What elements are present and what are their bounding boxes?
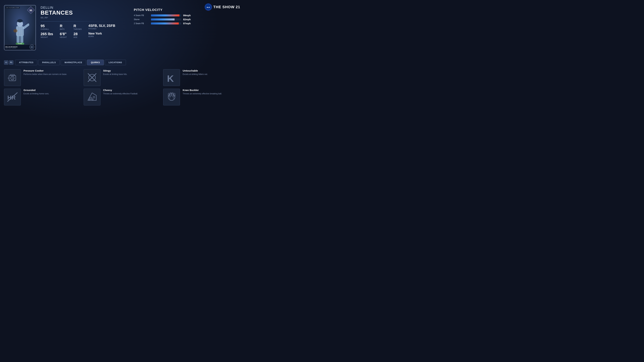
pitch-name-1: Slurve (134, 18, 149, 21)
logo: MLB THE SHOW 21 (204, 3, 240, 11)
stat-age-value: 28 (74, 32, 82, 36)
pitch-velocity-section: PITCH VELOCITY 4 Seam FB 99mph Slurve 82… (134, 8, 190, 26)
svg-rect-10 (20, 35, 23, 43)
pitch-name-0: 4 Seam FB (134, 14, 149, 16)
tabs-row: L1 R1 ATTRIBUTESPARALLELSMARKETPLACEQUIR… (4, 60, 240, 65)
stat-overall: 95 Overall (40, 24, 53, 30)
quirks-grid: Pressure Cooker Performs better when the… (4, 69, 240, 105)
quirk-item-1: Stingy Excels at limiting base hits. (84, 69, 161, 86)
stat-born: New York Born (88, 32, 115, 38)
stat-pitches-value: 4SFB, SLV, 2SFB (88, 24, 115, 28)
pitch-bar-fill-2 (151, 22, 179, 24)
quirk-icon-knee-buckler (163, 89, 180, 105)
quirk-desc-5: Throws an extremely effective breaking b… (183, 92, 222, 95)
quirk-text-5: Knee Buckler Throws an extremely effecti… (183, 89, 222, 95)
quirk-text-2: Untouchable Excels at striking hitters o… (183, 69, 208, 76)
stat-age: 28 Age (74, 32, 82, 38)
stat-bats-value: R (60, 24, 67, 28)
player-stats-grid: 95 Overall R Bats R Throws 4SFB, SLV, 2S… (40, 24, 115, 38)
quirk-item-3: HR Grounded Excels at limiting home runs… (4, 89, 81, 105)
controller-button-group: L1 R1 (4, 60, 14, 65)
pitch-row-2: 2 Seam FB 97mph (134, 22, 190, 25)
pitch-bar-container-1 (151, 18, 181, 20)
stat-weight-value: 265 lbs (40, 32, 53, 36)
pitch-mph-1: 82mph (183, 18, 190, 21)
quirk-desc-2: Excels at striking hitters out. (183, 73, 208, 76)
svg-point-36 (89, 99, 90, 100)
svg-rect-40 (172, 92, 173, 96)
svg-point-33 (90, 97, 92, 99)
stat-born-label: Born (88, 35, 115, 37)
controller-r1-btn[interactable]: R1 (9, 60, 14, 65)
stat-throws: R Throws (74, 24, 82, 30)
quirk-name-4: Cheesy (103, 89, 138, 91)
stat-throws-label: Throws (74, 28, 82, 30)
quirk-desc-4: Throws an extremely effective Fastball. (103, 92, 138, 95)
svg-point-35 (92, 99, 93, 100)
quirk-icon-stingy (84, 69, 100, 86)
pitch-bar-fill-0 (151, 14, 180, 16)
tab-marketplace[interactable]: MARKETPLACE (61, 60, 86, 65)
quirk-item-5: Knee Buckler Throws an extremely effecti… (163, 89, 240, 105)
stat-height-value: 6'8" (60, 32, 67, 36)
pitch-name-2: 2 Seam FB (134, 22, 149, 25)
tabs-section: L1 R1 ATTRIBUTESPARALLELSMARKETPLACEQUIR… (4, 60, 240, 105)
pitch-mph-0: 99mph (183, 14, 190, 17)
quirk-desc-1: Excels at limiting base hits. (103, 73, 127, 76)
quirk-icon-grounded: HR (4, 89, 21, 105)
stat-overall-value: 95 (40, 24, 53, 28)
player-silhouette-icon (11, 19, 29, 44)
pitch-bar-container-0 (151, 14, 181, 16)
quirk-text-4: Cheesy Throws an extremely effective Fas… (103, 89, 138, 95)
quirk-item-0: Pressure Cooker Performs better when the… (4, 69, 81, 86)
mlb-logo-icon: MLB (204, 3, 212, 11)
svg-point-15 (17, 19, 23, 22)
quirk-name-0: Pressure Cooker (24, 69, 67, 72)
quirk-desc-3: Excels at limiting home runs. (24, 92, 49, 95)
tab-quirks[interactable]: QUIRKS (87, 60, 104, 65)
stat-bats: R Bats (60, 24, 67, 30)
card-rating: 95 (30, 9, 32, 12)
pitch-rows: 4 Seam FB 99mph Slurve 82mph 2 Seam FB 9… (134, 14, 190, 25)
player-last-name: BETANCES (40, 9, 115, 16)
svg-line-22 (12, 78, 13, 79)
player-card: 1st Future Star 95 (4, 5, 36, 50)
quirk-icon-cheesy (84, 89, 100, 105)
card-bottom-badge: PRIME (16, 43, 24, 44)
stat-throws-value: R (74, 24, 82, 28)
card-type-badge: 1st Future Star (5, 7, 20, 8)
tab-locations[interactable]: LOCATIONS (105, 60, 126, 65)
pitch-row-1: Slurve 82mph (134, 18, 190, 21)
player-section: 1st Future Star 95 (4, 5, 115, 50)
svg-line-8 (24, 25, 28, 28)
player-first-name: DELLIN (40, 6, 115, 9)
quirk-item-4: Cheesy Throws an extremely effective Fas… (84, 89, 161, 105)
pitch-row-0: 4 Seam FB 99mph (134, 14, 190, 17)
svg-text:NY: NY (31, 46, 33, 48)
quirk-item-2: K Untouchable Excels at striking hitters… (163, 69, 240, 86)
stat-overall-label: Overall (40, 28, 53, 30)
svg-rect-39 (170, 92, 172, 96)
quirk-desc-0: Performs better when there are runners o… (24, 73, 67, 76)
tab-items-container: ATTRIBUTESPARALLELSMARKETPLACEQUIRKSLOCA… (15, 60, 126, 65)
controller-l1-btn[interactable]: L1 (4, 60, 8, 65)
stat-weight: 265 lbs Weight (40, 32, 53, 38)
quirk-name-5: Knee Buckler (183, 89, 222, 91)
stat-born-value: New York (88, 32, 115, 35)
pitch-bar-container-2 (151, 22, 181, 24)
logo-text: THE SHOW 21 (213, 5, 240, 9)
svg-point-34 (93, 96, 95, 98)
tab-parallels[interactable]: PARALLELS (38, 60, 60, 65)
pitch-mph-2: 97mph (183, 22, 190, 25)
player-divider (40, 21, 115, 21)
stat-height-label: Height (60, 36, 67, 38)
stat-weight-label: Weight (40, 36, 53, 38)
tab-attributes[interactable]: ATTRIBUTES (15, 60, 37, 65)
quirk-text-0: Pressure Cooker Performs better when the… (24, 69, 67, 76)
quirk-name-1: Stingy (103, 69, 127, 72)
svg-rect-9 (16, 35, 20, 43)
player-meta: 68 | RP (40, 16, 115, 19)
card-team-logo: NY (30, 44, 34, 49)
quirk-icon-untouchable: K (163, 69, 180, 86)
stat-pitches: 4SFB, SLV, 2SFB Pitches (88, 24, 115, 30)
